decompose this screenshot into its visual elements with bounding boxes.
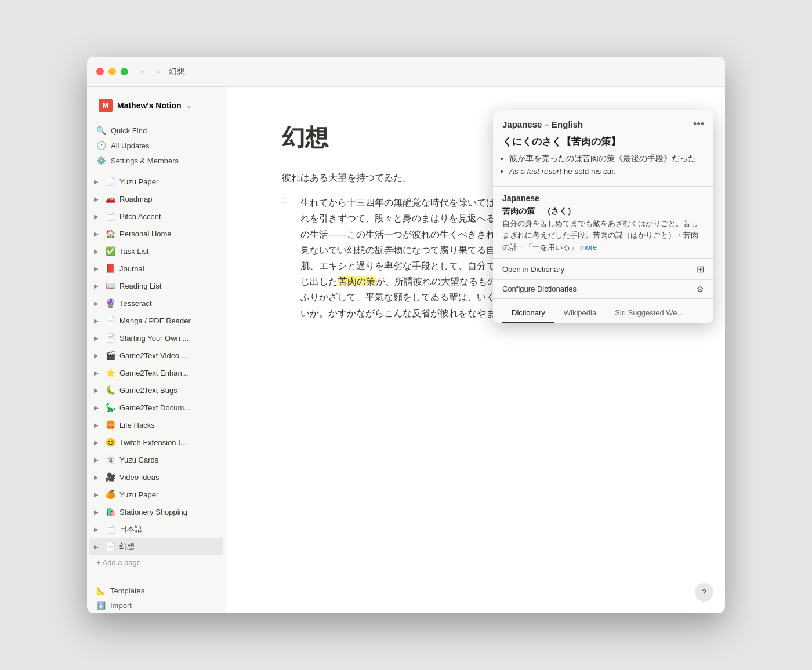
sidebar-item-task-list[interactable]: ▶ ✅ Task List [89,242,223,260]
sidebar-footer-trash[interactable]: 🗑️ Trash [92,613,221,613]
add-page-button[interactable]: + Add a page [89,555,223,570]
close-button[interactable] [96,68,104,75]
workspace-label: Mathew's Notion [117,101,182,110]
page-label: Manga / PDF Reader [119,316,219,325]
sidebar: M Mathew's Notion ⌄ 🔍 Quick Find 🕐 All U… [87,87,226,613]
sidebar-item-game2text-bugs[interactable]: ▶ 🐛 Game2Text Bugs [89,381,223,399]
page-label: Pitch Accent [119,212,219,221]
page-icon: 😊 [106,438,117,447]
titlebar: ← → 幻想 [87,57,725,87]
sidebar-item-journal[interactable]: ▶ 📕 Journal [89,260,223,277]
dictionary-popup: Japanese – English ••• くにくのさく【苦肉の策】 彼が車を… [493,110,713,323]
page-icon: 📄 [106,316,117,325]
page-label: Game2Text Bugs [119,386,219,395]
dict-def-word: 苦肉の策 （さく） [502,206,704,217]
sidebar-item-manga-pdf[interactable]: ▶ 📄 Manga / PDF Reader [89,312,223,329]
sidebar-item-yuzu-paper-1[interactable]: ▶ 📄 Yuzu Paper [89,173,223,190]
sidebar-item-game2text-docum[interactable]: ▶ 🦕 Game2Text Docum... [89,399,223,416]
sidebar-item-starting-your-own[interactable]: ▶ 📄 Starting Your Own ... [89,329,223,347]
sidebar-nav-all-updates[interactable]: 🕐 All Updates [92,138,221,153]
sidebar-item-game2text-video[interactable]: ▶ 🎬 Game2Text Video ... [89,347,223,364]
workspace-avatar: M [99,99,113,112]
sidebar-item-reading-list[interactable]: ▶ 📖 Reading List [89,277,223,294]
sidebar-item-nihongo[interactable]: ▶ 📄 日本語 [89,520,223,538]
configure-dictionaries-link[interactable]: Configure Dictionaries [502,285,577,293]
maximize-button[interactable] [121,68,128,75]
chevron-icon: ▶ [94,474,103,480]
open-in-dictionary-link[interactable]: Open in Dictionary [502,265,564,274]
chevron-icon: ▶ [94,283,103,289]
sidebar-item-game2text-enhan[interactable]: ▶ ⭐ Game2Text Enhan... [89,364,223,381]
dict-def-text: 自分の身を苦しめてまでも敵をあざむくはかりごと。苦しまぎれに考えだした手段。苦肉… [502,218,704,254]
page-icon: 🛍️ [106,507,117,516]
sidebar-header: M Mathew's Notion ⌄ [87,87,226,121]
chevron-icon: ▶ [94,352,103,359]
minimize-button[interactable] [108,68,116,75]
titlebar-page-title: 幻想 [169,67,185,77]
dict-tabs: Dictionary Wikipedia Siri Suggested We..… [493,298,713,323]
dict-word-japanese: くにくのさく【苦肉の策】 [502,136,621,147]
sidebar-item-stationery-shopping[interactable]: ▶ 🛍️ Stationery Shopping [89,503,223,520]
sidebar-item-video-ideas[interactable]: ▶ 🎥 Video Ideas [89,468,223,486]
page-label: Yuzu Cards [119,456,219,464]
sidebar-nav-quick-find[interactable]: 🔍 Quick Find [92,123,221,138]
dict-bullet-list: 彼が車を売ったのは苦肉の策《最後の手段》だった As a last resort… [493,151,713,184]
dict-more-button[interactable]: ••• [693,118,704,130]
workspace-name[interactable]: M Mathew's Notion ⌄ [94,95,219,116]
tab-wikipedia[interactable]: Wikipedia [554,304,606,323]
chevron-icon: ▶ [94,179,103,185]
page-icon: 🚗 [106,194,117,203]
sidebar-item-roadmap[interactable]: ▶ 🚗 Roadmap [89,190,223,207]
page-label: 日本語 [119,524,219,534]
sidebar-item-yuzu-paper-2[interactable]: ▶ 🍊 Yuzu Paper [89,486,223,503]
chevron-icon: ▶ [94,509,103,515]
chevron-icon: ▶ [94,300,103,307]
dict-more-link[interactable]: more [580,243,597,252]
page-icon: 📄 [106,542,117,551]
help-button[interactable]: ? [695,583,713,602]
chevron-icon: ▶ [94,248,103,254]
sidebar-item-twitch-extension[interactable]: ▶ 😊 Twitch Extension I... [89,434,223,451]
highlighted-word: 苦肉の策 [338,276,376,286]
page-icon: 📄 [106,333,117,343]
page-icon: ⭐ [106,368,117,377]
add-page-label: + Add a page [96,558,141,567]
tab-siri[interactable]: Siri Suggested We... [606,304,693,323]
page-label: Game2Text Docum... [119,403,219,412]
dict-config: Configure Dictionaries ⚙ [493,279,713,298]
sidebar-item-gensou[interactable]: ▶ 📄 幻想 [89,538,223,555]
tab-dictionary[interactable]: Dictionary [502,304,554,323]
chevron-icon: ▶ [94,544,103,550]
dict-bullet-rest: he sold his car. [561,167,616,176]
dictionary-icon[interactable]: ⊞ [697,264,704,275]
page-label: Yuzu Paper [119,177,219,186]
dict-title: Japanese – English [502,119,583,129]
forward-arrow[interactable]: → [153,67,162,77]
back-arrow[interactable]: ← [140,67,149,77]
sidebar-item-tesseract[interactable]: ▶ 🔮 Tesseract [89,294,223,312]
sidebar-item-yuzu-cards[interactable]: ▶ 🃏 Yuzu Cards [89,451,223,468]
page-icon: 🐛 [106,385,117,395]
sidebar-item-personal-home[interactable]: ▶ 🏠 Personal Home [89,225,223,242]
sidebar-pages: ▶ 📄 Yuzu Paper ▶ 🚗 Roadmap ▶ 📄 Pitch Acc… [87,170,226,572]
dict-actions: Open in Dictionary ⊞ [493,258,713,279]
sidebar-footer: 📐 Templates ⬇️ Import 🗑️ Trash + New pag… [87,581,226,613]
chevron-icon: ▶ [94,335,103,341]
import-icon: ⬇️ [96,601,106,610]
sidebar-item-life-hacks[interactable]: ▶ 🍔 Life Hacks [89,416,223,434]
templates-label: Templates [110,587,144,595]
page-label: Life Hacks [119,421,219,429]
page-icon: ✅ [106,246,117,256]
sidebar-nav-settings[interactable]: ⚙️ Settings & Members [92,153,221,168]
page-icon: 🎥 [106,472,117,482]
config-gear-icon[interactable]: ⚙ [697,285,704,294]
sidebar-footer-import[interactable]: ⬇️ Import [92,598,221,613]
sidebar-item-pitch-accent[interactable]: ▶ 📄 Pitch Accent [89,207,223,225]
dict-main-word: くにくのさく【苦肉の策】 [493,135,713,151]
page-icon: 🏠 [106,229,117,238]
sidebar-footer-templates[interactable]: 📐 Templates [92,584,221,598]
nav-arrows: ← → [140,67,162,77]
gear-icon: ⚙️ [96,156,106,165]
dict-bullet-item-2: As a last resort he sold his car. [509,166,704,177]
block-handle[interactable]: ⁚⁚ [282,195,296,321]
